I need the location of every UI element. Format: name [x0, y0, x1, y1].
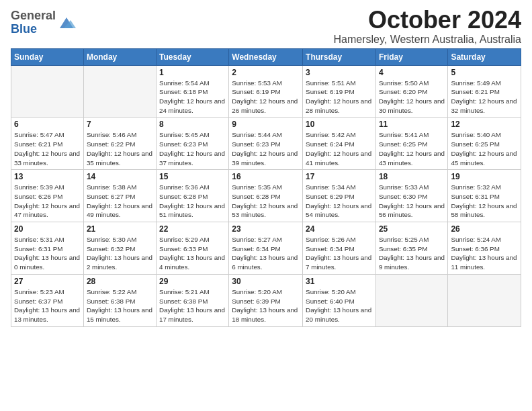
calendar-cell: 29Sunrise: 5:21 AM Sunset: 6:38 PM Dayli…: [156, 274, 228, 326]
page-title: October 2024: [333, 7, 521, 34]
cell-day-number: 5: [451, 68, 518, 77]
calendar-cell: 16Sunrise: 5:35 AM Sunset: 6:28 PM Dayli…: [229, 170, 303, 222]
calendar-week-3: 13Sunrise: 5:39 AM Sunset: 6:26 PM Dayli…: [11, 170, 521, 222]
calendar-cell: 27Sunrise: 5:23 AM Sunset: 6:37 PM Dayli…: [11, 274, 84, 326]
calendar-cell: 2Sunrise: 5:53 AM Sunset: 6:19 PM Daylig…: [229, 65, 303, 118]
cell-day-number: 14: [87, 172, 153, 181]
cell-info: Sunrise: 5:22 AM Sunset: 6:38 PM Dayligh…: [87, 287, 153, 324]
logo-icon: [57, 13, 76, 32]
calendar-week-4: 20Sunrise: 5:31 AM Sunset: 6:31 PM Dayli…: [11, 222, 521, 275]
cell-info: Sunrise: 5:35 AM Sunset: 6:28 PM Dayligh…: [232, 183, 300, 220]
calendar-week-1: 1Sunrise: 5:54 AM Sunset: 6:18 PM Daylig…: [11, 65, 521, 118]
logo-general: General: [11, 9, 56, 23]
calendar-header-friday: Friday: [375, 48, 447, 65]
cell-info: Sunrise: 5:24 AM Sunset: 6:36 PM Dayligh…: [451, 235, 518, 272]
cell-info: Sunrise: 5:33 AM Sunset: 6:30 PM Dayligh…: [379, 183, 445, 220]
calendar-cell: 13Sunrise: 5:39 AM Sunset: 6:26 PM Dayli…: [11, 170, 84, 222]
cell-info: Sunrise: 5:45 AM Sunset: 6:23 PM Dayligh…: [159, 130, 226, 167]
cell-info: Sunrise: 5:30 AM Sunset: 6:32 PM Dayligh…: [87, 235, 153, 272]
calendar-cell: 28Sunrise: 5:22 AM Sunset: 6:38 PM Dayli…: [83, 274, 156, 326]
cell-day-number: 19: [451, 172, 518, 181]
calendar-cell: 14Sunrise: 5:38 AM Sunset: 6:27 PM Dayli…: [83, 170, 156, 222]
cell-day-number: 9: [232, 120, 300, 129]
logo: General Blue: [11, 9, 76, 36]
header: General Blue October 2024 Hamersley, Wes…: [11, 7, 521, 46]
cell-day-number: 4: [379, 68, 445, 77]
cell-day-number: 10: [306, 120, 373, 129]
calendar-cell: 23Sunrise: 5:27 AM Sunset: 6:34 PM Dayli…: [229, 222, 303, 275]
cell-info: Sunrise: 5:29 AM Sunset: 6:33 PM Dayligh…: [159, 235, 226, 272]
page: General Blue October 2024 Hamersley, Wes…: [0, 0, 532, 411]
cell-info: Sunrise: 5:47 AM Sunset: 6:21 PM Dayligh…: [14, 130, 81, 167]
calendar-cell: 3Sunrise: 5:51 AM Sunset: 6:19 PM Daylig…: [303, 65, 376, 118]
cell-day-number: 22: [159, 224, 226, 234]
cell-info: Sunrise: 5:50 AM Sunset: 6:20 PM Dayligh…: [379, 79, 445, 116]
cell-info: Sunrise: 5:21 AM Sunset: 6:38 PM Dayligh…: [159, 287, 226, 324]
calendar-cell: 9Sunrise: 5:44 AM Sunset: 6:23 PM Daylig…: [229, 118, 303, 170]
cell-day-number: 11: [379, 120, 445, 129]
calendar-cell: [11, 65, 84, 118]
calendar-cell: 21Sunrise: 5:30 AM Sunset: 6:32 PM Dayli…: [83, 222, 156, 275]
cell-info: Sunrise: 5:44 AM Sunset: 6:23 PM Dayligh…: [232, 130, 300, 167]
calendar-header-thursday: Thursday: [303, 48, 376, 65]
cell-info: Sunrise: 5:27 AM Sunset: 6:34 PM Dayligh…: [232, 235, 300, 272]
calendar-cell: 15Sunrise: 5:36 AM Sunset: 6:28 PM Dayli…: [156, 170, 228, 222]
calendar-cell: 25Sunrise: 5:25 AM Sunset: 6:35 PM Dayli…: [375, 222, 447, 275]
calendar-header-tuesday: Tuesday: [156, 48, 228, 65]
cell-day-number: 18: [379, 172, 445, 181]
cell-day-number: 20: [14, 224, 81, 234]
calendar-cell: 19Sunrise: 5:32 AM Sunset: 6:31 PM Dayli…: [448, 170, 521, 222]
calendar-cell: 17Sunrise: 5:34 AM Sunset: 6:29 PM Dayli…: [303, 170, 376, 222]
cell-info: Sunrise: 5:20 AM Sunset: 6:40 PM Dayligh…: [306, 287, 373, 324]
cell-day-number: 1: [159, 68, 226, 77]
cell-day-number: 26: [451, 224, 518, 234]
calendar-cell: 20Sunrise: 5:31 AM Sunset: 6:31 PM Dayli…: [11, 222, 84, 275]
cell-info: Sunrise: 5:39 AM Sunset: 6:26 PM Dayligh…: [14, 183, 81, 220]
cell-info: Sunrise: 5:23 AM Sunset: 6:37 PM Dayligh…: [14, 287, 81, 324]
calendar-cell: 4Sunrise: 5:50 AM Sunset: 6:20 PM Daylig…: [375, 65, 447, 118]
cell-day-number: 28: [87, 277, 153, 286]
cell-day-number: 31: [306, 277, 373, 286]
calendar-cell: 24Sunrise: 5:26 AM Sunset: 6:34 PM Dayli…: [303, 222, 376, 275]
calendar-header-wednesday: Wednesday: [229, 48, 303, 65]
cell-day-number: 3: [306, 68, 373, 77]
cell-info: Sunrise: 5:32 AM Sunset: 6:31 PM Dayligh…: [451, 183, 518, 220]
calendar-cell: 18Sunrise: 5:33 AM Sunset: 6:30 PM Dayli…: [375, 170, 447, 222]
cell-day-number: 29: [159, 277, 226, 286]
cell-day-number: 27: [14, 277, 81, 286]
calendar-cell: [83, 65, 156, 118]
title-block: October 2024 Hamersley, Western Australi…: [333, 7, 521, 46]
calendar-cell: 22Sunrise: 5:29 AM Sunset: 6:33 PM Dayli…: [156, 222, 228, 275]
cell-info: Sunrise: 5:38 AM Sunset: 6:27 PM Dayligh…: [87, 183, 153, 220]
cell-day-number: 6: [14, 120, 81, 129]
page-subtitle: Hamersley, Western Australia, Australia: [333, 34, 521, 46]
cell-info: Sunrise: 5:46 AM Sunset: 6:22 PM Dayligh…: [87, 130, 153, 167]
cell-day-number: 7: [87, 120, 153, 129]
cell-info: Sunrise: 5:36 AM Sunset: 6:28 PM Dayligh…: [159, 183, 226, 220]
calendar-cell: 26Sunrise: 5:24 AM Sunset: 6:36 PM Dayli…: [448, 222, 521, 275]
cell-info: Sunrise: 5:31 AM Sunset: 6:31 PM Dayligh…: [14, 235, 81, 272]
cell-day-number: 8: [159, 120, 226, 129]
cell-info: Sunrise: 5:42 AM Sunset: 6:24 PM Dayligh…: [306, 130, 373, 167]
cell-day-number: 15: [159, 172, 226, 181]
calendar-header-saturday: Saturday: [448, 48, 521, 65]
calendar-week-2: 6Sunrise: 5:47 AM Sunset: 6:21 PM Daylig…: [11, 118, 521, 170]
cell-info: Sunrise: 5:26 AM Sunset: 6:34 PM Dayligh…: [306, 235, 373, 272]
cell-info: Sunrise: 5:40 AM Sunset: 6:25 PM Dayligh…: [451, 130, 518, 167]
calendar-header-sunday: Sunday: [11, 48, 84, 65]
calendar-cell: 30Sunrise: 5:20 AM Sunset: 6:39 PM Dayli…: [229, 274, 303, 326]
calendar-cell: 5Sunrise: 5:49 AM Sunset: 6:21 PM Daylig…: [448, 65, 521, 118]
cell-info: Sunrise: 5:41 AM Sunset: 6:25 PM Dayligh…: [379, 130, 445, 167]
cell-day-number: 17: [306, 172, 373, 181]
calendar-cell: 8Sunrise: 5:45 AM Sunset: 6:23 PM Daylig…: [156, 118, 228, 170]
cell-info: Sunrise: 5:34 AM Sunset: 6:29 PM Dayligh…: [306, 183, 373, 220]
cell-day-number: 23: [232, 224, 300, 234]
calendar-cell: 1Sunrise: 5:54 AM Sunset: 6:18 PM Daylig…: [156, 65, 228, 118]
cell-day-number: 21: [87, 224, 153, 234]
calendar-header-row: SundayMondayTuesdayWednesdayThursdayFrid…: [11, 48, 521, 65]
calendar-week-5: 27Sunrise: 5:23 AM Sunset: 6:37 PM Dayli…: [11, 274, 521, 326]
cell-info: Sunrise: 5:20 AM Sunset: 6:39 PM Dayligh…: [232, 287, 300, 324]
calendar-header-monday: Monday: [83, 48, 156, 65]
cell-day-number: 2: [232, 68, 300, 77]
calendar-cell: [375, 274, 447, 326]
